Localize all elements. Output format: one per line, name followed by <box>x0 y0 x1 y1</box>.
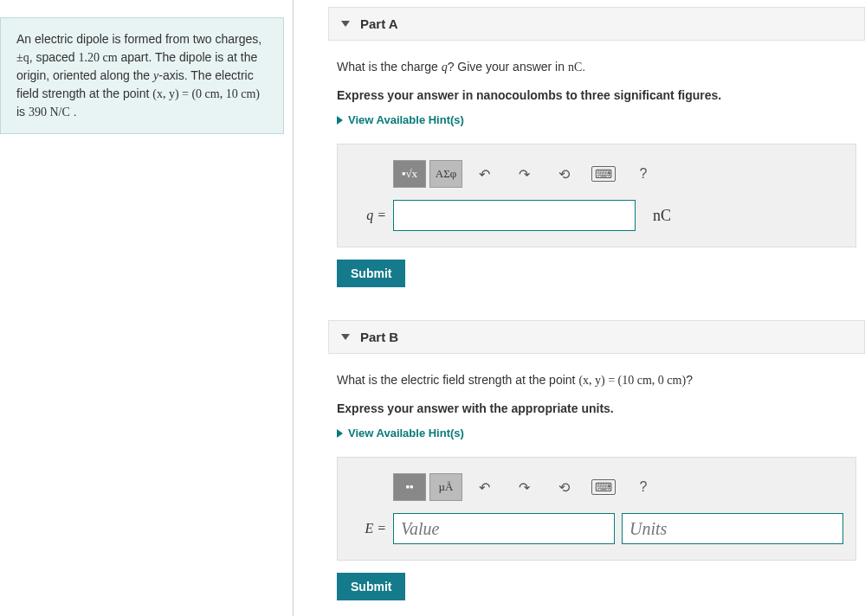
part-a-content: What is the charge q? Give your answer i… <box>328 41 865 313</box>
problem-text: An electric dipole is formed from two ch… <box>16 32 261 46</box>
part-b-submit-button[interactable]: Submit <box>337 573 405 600</box>
collapse-icon <box>341 334 350 340</box>
help-icon[interactable]: ? <box>629 475 658 499</box>
redo-icon[interactable]: ↷ <box>509 475 539 499</box>
part-a-unit-label: nC <box>653 207 671 225</box>
expand-icon <box>337 116 343 125</box>
reset-icon[interactable]: ⟲ <box>549 475 578 499</box>
part-b-question: What is the electric field strength at t… <box>337 371 856 389</box>
units-button[interactable]: µÅ <box>429 473 462 501</box>
part-b-header[interactable]: Part B <box>328 320 865 354</box>
undo-icon[interactable]: ↶ <box>469 162 499 186</box>
keyboard-icon[interactable]: ⌨ <box>589 475 618 499</box>
part-a-answer-box: ▪√x ΑΣφ ↶ ↷ ⟲ ⌨ ? q = nC <box>337 144 856 247</box>
part-b-title: Part B <box>360 330 398 344</box>
part-a-hints-link[interactable]: View Available Hint(s) <box>337 113 856 126</box>
part-b-value-input[interactable] <box>393 513 615 544</box>
problem-statement: An electric dipole is formed from two ch… <box>0 17 284 134</box>
part-b-hints-link[interactable]: View Available Hint(s) <box>337 427 856 440</box>
fraction-button[interactable]: ▪▪ <box>393 473 426 501</box>
part-a-var-label: q = <box>350 208 393 223</box>
expand-icon <box>337 429 343 438</box>
redo-icon[interactable]: ↷ <box>509 162 539 186</box>
part-b-var-label: E = <box>350 521 393 536</box>
part-a-submit-button[interactable]: Submit <box>337 260 405 287</box>
part-a-question: What is the charge q? Give your answer i… <box>337 58 856 76</box>
help-icon[interactable]: ? <box>629 162 658 186</box>
greek-button[interactable]: ΑΣφ <box>429 160 462 188</box>
part-b-instruction: Express your answer with the appropriate… <box>337 400 856 418</box>
part-a-answer-input[interactable] <box>393 200 636 231</box>
keyboard-icon[interactable]: ⌨ <box>589 162 618 186</box>
undo-icon[interactable]: ↶ <box>469 475 499 499</box>
part-b-answer-box: ▪▪ µÅ ↶ ↷ ⟲ ⌨ ? E = <box>337 457 856 561</box>
part-b-units-input[interactable] <box>622 513 843 544</box>
part-a-toolbar: ▪√x ΑΣφ ↶ ↷ ⟲ ⌨ ? <box>393 160 843 188</box>
part-b-content: What is the electric field strength at t… <box>328 354 865 616</box>
charge-symbol: ±q <box>16 51 29 64</box>
part-b-toolbar: ▪▪ µÅ ↶ ↷ ⟲ ⌨ ? <box>393 473 843 501</box>
part-a-title: Part A <box>360 16 398 31</box>
part-a-header[interactable]: Part A <box>328 7 865 41</box>
math-template-button[interactable]: ▪√x <box>393 160 426 188</box>
reset-icon[interactable]: ⟲ <box>549 162 578 186</box>
part-a-instruction: Express your answer in nanocoulombs to t… <box>337 87 856 105</box>
collapse-icon <box>341 21 350 27</box>
